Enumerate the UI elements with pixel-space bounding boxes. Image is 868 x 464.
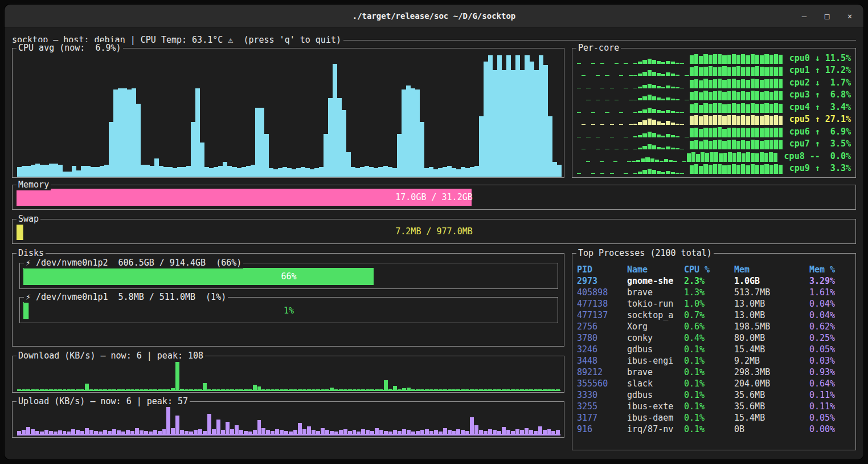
chart-bar: [126, 430, 130, 434]
sparkline-bar: [675, 87, 679, 88]
chart-bar: [443, 389, 447, 390]
chart-bar: [289, 432, 293, 434]
core-label: cpu0 ↓ 11.5%: [789, 53, 851, 64]
minimize-icon[interactable]: –: [800, 11, 809, 21]
sparkline-bar: [648, 144, 652, 149]
sparkline-bar: [722, 66, 726, 76]
sparkline-bar: [605, 112, 609, 113]
sparkline-bar: [675, 148, 679, 149]
chart-bar: [310, 169, 314, 177]
chart-bar: [182, 167, 186, 177]
chart-bar: [360, 167, 365, 177]
sparkline-bar: [671, 111, 675, 113]
chart-bar: [103, 389, 107, 390]
sparkline-bar: [760, 55, 764, 64]
sparkline-bar: [638, 172, 642, 174]
close-icon[interactable]: ✕: [845, 11, 854, 21]
chart-bar: [67, 389, 71, 390]
process-row[interactable]: 3780conky0.4%80.0MB0.25%: [577, 332, 853, 344]
chart-bar: [448, 430, 452, 434]
chart-bar: [447, 166, 452, 177]
sparkline-bar: [751, 140, 755, 149]
sparkline-bar: [671, 135, 675, 137]
sparkline-bar: [699, 129, 703, 137]
chart-bar: [529, 430, 533, 434]
chart-bar: [548, 116, 552, 177]
process-row[interactable]: 477138tokio-run1.0%13.0MB0.04%: [577, 298, 853, 310]
chart-bar: [534, 431, 538, 434]
sparkline-bar: [577, 173, 581, 174]
chart-bar: [547, 389, 551, 390]
chart-bar: [271, 431, 275, 434]
cpu-cell: 2.3%: [684, 275, 734, 287]
sparkline-bar: [699, 92, 703, 101]
sparkline-bar: [746, 80, 750, 88]
app-header: socktop — host: debian | CPU Temp: 63.1°…: [12, 35, 856, 45]
process-row[interactable]: 405898brave1.3%513.7MB1.61%: [577, 287, 853, 298]
chart-bar: [434, 389, 438, 390]
process-row[interactable]: 3255ibus-exte0.1%35.6MB0.11%: [577, 401, 853, 412]
chart-bar: [289, 389, 293, 390]
process-row[interactable]: 477137socktop_a0.7%13.0MB0.04%: [577, 310, 853, 321]
sparkline-bar: [671, 123, 675, 125]
sparkline-bar: [741, 115, 745, 125]
cpu-cell: 0.7%: [684, 310, 734, 321]
sparkline-bar: [657, 110, 661, 112]
chart-bar: [488, 389, 492, 390]
sparkline-bar: [642, 170, 646, 174]
chart-bar: [506, 55, 511, 177]
chart-bar: [438, 168, 443, 177]
chart-bar: [44, 430, 48, 434]
column-header: CPU %: [684, 264, 734, 275]
maximize-icon[interactable]: □: [822, 11, 832, 21]
process-row[interactable]: 916irq/87-nv0.1%0B0.00%: [577, 424, 853, 435]
sparkline-bar: [648, 132, 652, 137]
sparkline-bar: [664, 159, 668, 161]
name-cell: ibus-exte: [627, 401, 684, 412]
sparkline-bar: [751, 79, 755, 88]
sparkline-bar: [586, 161, 590, 162]
chart-bar: [112, 429, 116, 434]
chart-bar: [434, 430, 438, 434]
chart-bar: [474, 425, 478, 434]
process-row[interactable]: 355560slack0.1%204.0MB0.64%: [577, 378, 853, 389]
chart-bar: [443, 167, 447, 177]
process-row[interactable]: 3330gdbus0.1%35.6MB0.11%: [577, 389, 853, 401]
titlebar[interactable]: ./target/release/soc ~/D/G/socktop – □ ✕: [5, 5, 863, 27]
sparkline-bar: [627, 161, 631, 162]
sparkline-bar: [596, 149, 600, 149]
chart-bar: [246, 166, 251, 177]
sparkline-bar: [650, 158, 654, 162]
chart-bar: [479, 430, 483, 434]
sparkline-bar: [727, 128, 731, 137]
chart-bar: [212, 429, 216, 434]
chart-bar: [130, 389, 134, 390]
sparkline-bar: [652, 133, 656, 137]
process-row[interactable]: 3448ibus-engi0.1%9.2MB0.03%: [577, 355, 853, 367]
process-row[interactable]: 3246gdbus0.1%15.4MB0.05%: [577, 344, 853, 355]
sparkline-bar: [633, 112, 637, 113]
sparkline-bar: [694, 54, 698, 64]
chart-bar: [330, 388, 334, 390]
download-chart: [17, 362, 560, 391]
chart-bar: [543, 65, 548, 177]
process-row[interactable]: 3177ibus-daem0.1%15.4MB0.05%: [577, 412, 853, 424]
chart-bar: [159, 166, 163, 177]
sparkline-bar: [669, 160, 673, 162]
processes-panel-title: Top Processes (2100 total): [576, 247, 714, 259]
sparkline-bar: [591, 63, 595, 64]
sparkline-bar: [680, 149, 684, 149]
process-row[interactable]: 2973gnome-she2.3%1.0GB3.29%: [577, 275, 853, 287]
core-label: cpu9 ↑ 3.3%: [789, 163, 851, 174]
cpu-cell: 1.0%: [684, 298, 734, 310]
gauge-label: 66%: [281, 271, 296, 282]
sparkline-bar: [596, 75, 600, 76]
pid-cell: 405898: [577, 287, 627, 298]
percore-row-cpu8: cpu8 -- 0.0%: [577, 151, 851, 162]
cpu-cell: 0.6%: [684, 321, 734, 332]
chart-bar: [375, 428, 379, 434]
process-row[interactable]: 89212brave0.1%298.3MB0.93%: [577, 367, 853, 378]
chart-bar: [316, 389, 320, 390]
process-row[interactable]: 2756Xorg0.6%198.5MB0.62%: [577, 321, 853, 332]
percore-row-cpu5: cpu5 ↑ 27.1%: [577, 114, 851, 125]
